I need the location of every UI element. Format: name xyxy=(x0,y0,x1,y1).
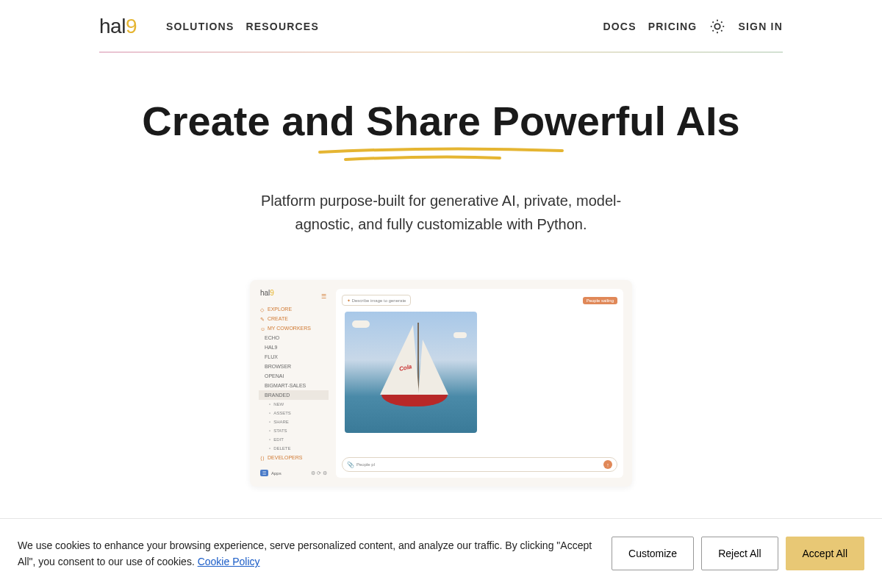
logo[interactable]: hal9 xyxy=(99,15,137,38)
svg-line-4 xyxy=(722,30,723,31)
ss-generated-image: Cola xyxy=(345,312,477,433)
svg-line-3 xyxy=(713,21,714,22)
hamburger-icon: ☰ xyxy=(321,293,329,300)
ss-prompt-button: ✦ Describe image to generate xyxy=(342,295,411,306)
file-icon: ▫ xyxy=(269,402,270,406)
edit-icon: ▫ xyxy=(269,437,270,442)
theme-toggle[interactable] xyxy=(709,18,726,35)
cookie-customize-button[interactable]: Customize xyxy=(612,537,694,570)
nav-right: DOCS PRICING SIGN IN xyxy=(603,18,783,35)
ss-coworker-item: ECHO xyxy=(259,333,329,343)
ss-coworker-item: BIGMART-SALES xyxy=(259,381,329,390)
ss-branded-sub: ▫ ASSETS xyxy=(259,409,329,417)
cloud-shape xyxy=(352,320,370,328)
hull-shape xyxy=(381,395,448,406)
nav-left: SOLUTIONS RESOURCES xyxy=(166,21,319,32)
ss-logo: hal9 xyxy=(259,289,274,297)
header: hal9 SOLUTIONS RESOURCES DOCS PRICING SI… xyxy=(0,0,882,54)
nav-resources[interactable]: RESOURCES xyxy=(245,21,318,32)
ss-sidebar: hal9 ☰ ◇EXPLORE ✎CREATE ☺MY COWORKERS EC… xyxy=(259,289,329,478)
ss-branded-sub: ▫ STATS xyxy=(259,426,329,435)
svg-line-8 xyxy=(722,21,723,22)
ss-nav-create: ✎CREATE xyxy=(259,314,329,323)
code-icon: ⟨⟩ xyxy=(260,456,265,460)
ss-input-text: People pl xyxy=(356,462,603,467)
cookie-policy-link[interactable]: Cookie Policy xyxy=(198,556,260,567)
sparkle-icon: ✦ xyxy=(347,298,351,303)
cookie-accept-button[interactable]: Accept All xyxy=(786,537,864,570)
ss-bottom-bar: ☰ Apps ⚙ ⟳ ⚙ xyxy=(259,468,329,478)
nav-signin[interactable]: SIGN IN xyxy=(738,21,783,32)
apps-label: Apps xyxy=(271,471,282,476)
apps-badge: ☰ xyxy=(260,470,268,476)
paperclip-icon: 📎 xyxy=(347,462,354,468)
hero-subtitle: Platform purpose-built for generative AI… xyxy=(243,189,639,236)
nav-solutions[interactable]: SOLUTIONS xyxy=(166,21,234,32)
ss-nav-developers: ⟨⟩DEVELOPERS xyxy=(259,453,329,462)
ss-tag: People sailing xyxy=(583,297,617,304)
sail-shape xyxy=(380,325,419,395)
people-icon: ☺ xyxy=(260,326,265,331)
cloud-shape xyxy=(453,332,467,338)
ss-input-row: 📎 People pl ↑ xyxy=(342,457,617,472)
compass-icon: ◇ xyxy=(260,307,265,312)
cookie-text: We use cookies to enhance your browsing … xyxy=(18,537,594,570)
ss-main-panel: ✦ Describe image to generate People sail… xyxy=(336,289,623,478)
ss-branded-sub: ▫ SHARE xyxy=(259,417,329,426)
logo-hal: hal xyxy=(99,15,126,38)
product-screenshot: hal9 ☰ ◇EXPLORE ✎CREATE ☺MY COWORKERS EC… xyxy=(250,280,632,487)
ss-nav-explore: ◇EXPLORE xyxy=(259,304,329,314)
ss-coworker-item: BROWSER xyxy=(259,362,329,371)
hero-title: Create and Share Powerful AIs xyxy=(142,98,739,145)
sun-icon xyxy=(709,18,725,35)
ss-coworker-item: FLUX xyxy=(259,352,329,362)
ss-branded-sub: ▫ NEW xyxy=(259,400,329,409)
svg-line-7 xyxy=(713,30,714,31)
ss-coworker-item: OPENAI xyxy=(259,371,329,381)
nav-docs[interactable]: DOCS xyxy=(603,21,636,32)
ss-coworker-item-active: BRANDED xyxy=(259,390,329,400)
chart-icon: ▫ xyxy=(269,429,270,433)
folder-icon: ▫ xyxy=(269,411,270,415)
cookie-buttons: Customize Reject All Accept All xyxy=(612,537,864,570)
ss-branded-sub: ▫ EDIT xyxy=(259,435,329,444)
underline-decoration-icon xyxy=(316,145,566,167)
ss-coworker-item: HAL9 xyxy=(259,343,329,352)
sail-shape xyxy=(418,340,448,395)
delete-icon: ▫ xyxy=(269,446,270,451)
share-icon: ▫ xyxy=(269,420,270,424)
ss-header-row: ✦ Describe image to generate People sail… xyxy=(342,295,617,306)
cookie-banner: We use cookies to enhance your browsing … xyxy=(0,518,882,588)
ss-branded-sub: ▫ DELETE xyxy=(259,444,329,453)
svg-point-0 xyxy=(715,24,720,29)
hero-section: Create and Share Powerful AIs Platform p… xyxy=(0,54,882,258)
ss-nav-coworkers: ☺MY COWORKERS xyxy=(259,323,329,333)
cookie-reject-button[interactable]: Reject All xyxy=(701,537,778,570)
logo-nine: 9 xyxy=(126,15,137,38)
plus-icon: ✎ xyxy=(260,317,265,321)
gear-icon: ⚙ ⟳ ⚙ xyxy=(311,470,327,476)
send-icon: ↑ xyxy=(603,460,612,469)
nav-pricing[interactable]: PRICING xyxy=(648,21,698,32)
